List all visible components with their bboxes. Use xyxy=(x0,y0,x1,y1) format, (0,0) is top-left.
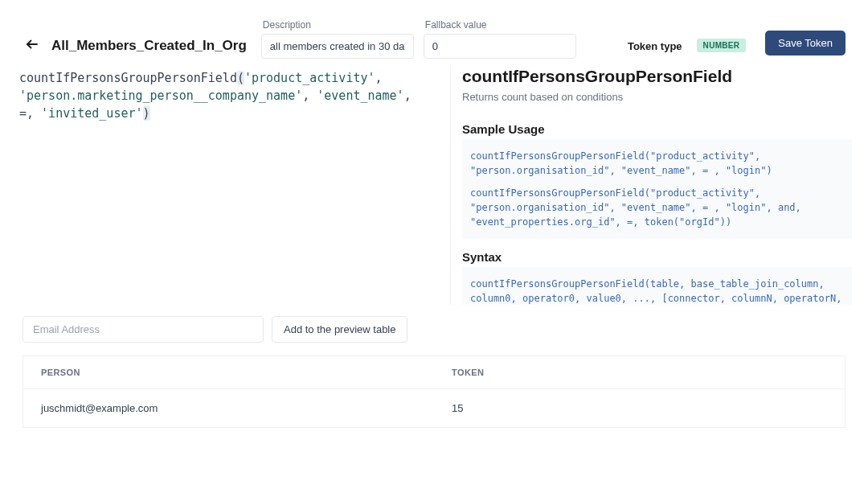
sample-usage-2: countIfPersonsGroupPersonField("product_… xyxy=(470,186,844,229)
docs-title: countIfPersonsGroupPersonField xyxy=(462,65,852,86)
arrow-left-icon xyxy=(25,37,39,51)
preview-table: PERSON TOKEN juschmidt@example.com 15 xyxy=(23,355,845,428)
col-person-header: PERSON xyxy=(23,356,435,389)
table-row: juschmidt@example.com 15 xyxy=(23,389,845,428)
col-token-header: TOKEN xyxy=(434,356,845,389)
sample-usage-1: countIfPersonsGroupPersonField("product_… xyxy=(470,149,844,178)
docs-description: Returns count based on conditions xyxy=(462,91,852,103)
syntax-block: countIfPersonsGroupPersonField(table, ba… xyxy=(462,267,852,305)
fallback-label: Fallback value xyxy=(424,19,576,31)
code-editor[interactable]: countIfPersonsGroupPersonField('product_… xyxy=(16,65,450,305)
preview-section: Add to the preview table PERSON TOKEN ju… xyxy=(0,305,868,428)
description-label: Description xyxy=(261,19,414,31)
person-cell: juschmidt@example.com xyxy=(23,389,435,428)
syntax-title: Syntax xyxy=(462,250,852,264)
fallback-field-group: Fallback value xyxy=(424,19,576,59)
docs-panel: countIfPersonsGroupPersonField Returns c… xyxy=(450,65,852,305)
save-token-button[interactable]: Save Token xyxy=(765,31,845,55)
email-input[interactable] xyxy=(23,316,264,343)
sample-usage-title: Sample Usage xyxy=(462,122,852,136)
description-input[interactable] xyxy=(261,34,414,59)
token-type-badge: NUMBER xyxy=(697,39,747,52)
fallback-input[interactable] xyxy=(424,34,576,59)
token-cell: 15 xyxy=(434,389,845,428)
back-button[interactable] xyxy=(23,35,42,54)
token-type-label: Token type xyxy=(628,40,682,52)
token-title: All_Members_Created_In_Org xyxy=(51,38,247,54)
header-bar: All_Members_Created_In_Org Description F… xyxy=(0,0,868,65)
add-preview-button[interactable]: Add to the preview table xyxy=(272,316,407,343)
description-field-group: Description xyxy=(261,19,414,59)
main-split: countIfPersonsGroupPersonField('product_… xyxy=(0,65,868,305)
preview-controls: Add to the preview table xyxy=(23,316,845,343)
sample-usage-block: countIfPersonsGroupPersonField("product_… xyxy=(462,139,852,239)
